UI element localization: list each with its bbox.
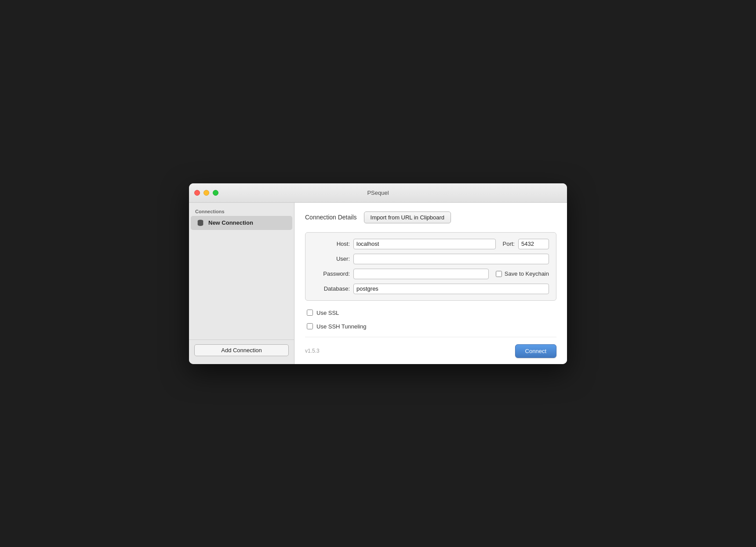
user-row: User: <box>313 254 549 264</box>
database-icon <box>196 219 205 227</box>
port-input[interactable] <box>518 239 549 249</box>
panel-header: Connection Details Import from URL in Cl… <box>305 212 556 223</box>
ssh-row: Use SSH Tunneling <box>307 323 555 330</box>
options-section: Use SSL Use SSH Tunneling <box>305 310 556 337</box>
title-bar: PSequel <box>189 183 567 203</box>
user-input[interactable] <box>353 254 549 264</box>
connection-form: Host: Port: User: Password: <box>305 232 556 301</box>
save-to-keychain-checkbox[interactable] <box>496 271 502 277</box>
ssl-row: Use SSL <box>307 310 555 316</box>
sidebar: Connections New Connection Add Connectio… <box>189 203 294 364</box>
use-ssh-tunneling-label: Use SSH Tunneling <box>316 323 366 330</box>
port-label: Port: <box>503 241 515 247</box>
use-ssl-checkbox[interactable] <box>307 310 313 316</box>
connect-button[interactable]: Connect <box>515 344 556 358</box>
keychain-group: Save to Keychain <box>496 270 549 277</box>
use-ssh-tunneling-checkbox[interactable] <box>307 323 313 329</box>
connection-details-label: Connection Details <box>305 214 357 221</box>
sidebar-item-new-connection[interactable]: New Connection <box>191 216 292 230</box>
window-title: PSequel <box>367 190 389 196</box>
maximize-button[interactable] <box>213 190 218 196</box>
database-input[interactable] <box>353 284 549 294</box>
host-label: Host: <box>313 241 350 247</box>
version-label: v1.5.3 <box>305 348 320 354</box>
minimize-button[interactable] <box>204 190 209 196</box>
password-label: Password: <box>313 270 350 277</box>
host-row: Host: Port: <box>313 239 549 249</box>
user-label: User: <box>313 255 350 262</box>
close-button[interactable] <box>194 190 200 196</box>
host-input[interactable] <box>353 239 496 249</box>
use-ssl-label: Use SSL <box>316 310 339 316</box>
database-row: Database: <box>313 284 549 294</box>
main-panel: Connection Details Import from URL in Cl… <box>294 203 567 364</box>
password-row: Password: Save to Keychain <box>313 269 549 279</box>
import-url-button[interactable]: Import from URL in Clipboard <box>364 212 451 223</box>
panel-footer: v1.5.3 Connect <box>305 337 556 364</box>
port-group: Port: <box>503 239 549 249</box>
sidebar-footer: Add Connection <box>189 339 294 361</box>
window-body: Connections New Connection Add Connectio… <box>189 203 567 364</box>
add-connection-button[interactable]: Add Connection <box>194 344 289 356</box>
traffic-lights <box>194 190 218 196</box>
password-input[interactable] <box>353 269 489 279</box>
connection-item-label: New Connection <box>208 219 253 226</box>
sidebar-section-label: Connections <box>189 206 294 216</box>
sidebar-spacer <box>189 230 294 339</box>
database-label: Database: <box>313 285 350 292</box>
app-window: PSequel Connections New Connection Add C… <box>189 183 567 364</box>
keychain-label: Save to Keychain <box>505 270 549 277</box>
